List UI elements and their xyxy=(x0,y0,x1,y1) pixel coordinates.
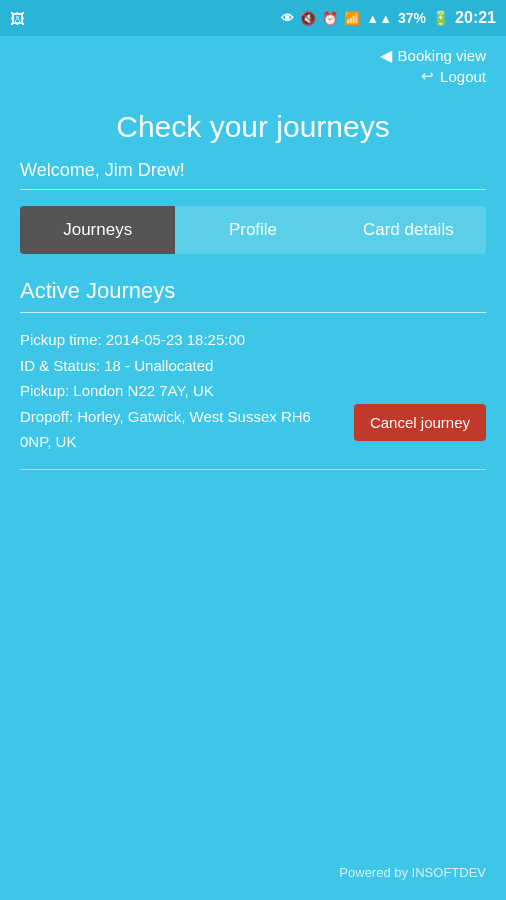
signal-icon: ▲▲ xyxy=(366,11,392,26)
dropoff-row: Dropoff: Horley, Gatwick, West Sussex RH… xyxy=(20,404,486,455)
battery-percent: 37% xyxy=(398,10,426,26)
clock: 20:21 xyxy=(455,9,496,27)
welcome-divider xyxy=(20,189,486,190)
page-title: Check your journeys xyxy=(20,110,486,144)
footer: Powered by INSOFTDEV xyxy=(339,865,486,880)
booking-view-link[interactable]: ◀ Booking view xyxy=(380,46,486,65)
id-status: ID & Status: 18 - Unallocated xyxy=(20,353,486,379)
gallery-icon: 🖼 xyxy=(10,10,25,27)
status-bar: 🖼 👁 🔇 ⏰ 📶 ▲▲ 37% 🔋 20:21 xyxy=(0,0,506,36)
tab-journeys[interactable]: Journeys xyxy=(20,206,175,254)
mute-icon: 🔇 xyxy=(300,11,316,26)
logout-icon: ↩ xyxy=(421,67,434,85)
status-bar-right: 👁 🔇 ⏰ 📶 ▲▲ 37% 🔋 20:21 xyxy=(281,9,496,27)
alarm-icon: ⏰ xyxy=(322,11,338,26)
pickup-location: Pickup: London N22 7AY, UK xyxy=(20,378,486,404)
main-content: ◀ Booking view ↩ Logout Check your journ… xyxy=(0,36,506,470)
header-actions: ◀ Booking view ↩ Logout xyxy=(20,36,486,90)
welcome-text: Welcome, Jim Drew! xyxy=(20,160,486,181)
logout-link[interactable]: ↩ Logout xyxy=(421,67,486,85)
eye-icon: 👁 xyxy=(281,11,294,26)
logout-label: Logout xyxy=(440,68,486,85)
wifi-icon: 📶 xyxy=(344,11,360,26)
booking-view-label: Booking view xyxy=(398,47,486,64)
tab-bar: Journeys Profile Card details xyxy=(20,206,486,254)
active-journeys-title: Active Journeys xyxy=(20,278,486,304)
battery-icon: 🔋 xyxy=(432,10,449,26)
tab-profile[interactable]: Profile xyxy=(175,206,330,254)
pickup-time: Pickup time: 2014-05-23 18:25:00 xyxy=(20,327,486,353)
back-arrow-icon: ◀ xyxy=(380,46,392,65)
powered-by-text: Powered by INSOFTDEV xyxy=(339,865,486,880)
tab-card-details[interactable]: Card details xyxy=(331,206,486,254)
bottom-divider xyxy=(20,469,486,470)
dropoff-location: Dropoff: Horley, Gatwick, West Sussex RH… xyxy=(20,404,344,455)
cancel-journey-button[interactable]: Cancel journey xyxy=(354,404,486,441)
section-divider xyxy=(20,312,486,313)
journey-info: Pickup time: 2014-05-23 18:25:00 ID & St… xyxy=(20,327,486,455)
status-bar-left: 🖼 xyxy=(10,10,25,27)
